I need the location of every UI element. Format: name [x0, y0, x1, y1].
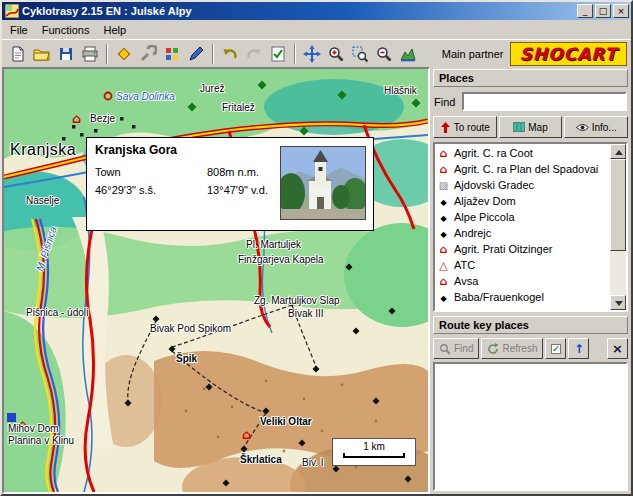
route-panel-header: Route key places — [433, 316, 628, 334]
scrollbar-track[interactable] — [610, 159, 626, 295]
place-icon — [437, 164, 450, 175]
toolbar-separator — [212, 44, 214, 64]
place-label: Avsa — [454, 275, 478, 287]
place-label: ATC — [454, 259, 475, 271]
route-manager-button[interactable] — [112, 42, 136, 66]
places-list[interactable]: Agrit. C. ra Coot Agrit. C. ra Plan del … — [433, 142, 628, 312]
map-label-kranjska: Kranjska — [10, 141, 76, 159]
save-button[interactable] — [54, 42, 78, 66]
settings-button[interactable] — [136, 42, 160, 66]
map-label-fritale-: Fritalež — [222, 102, 255, 113]
print-button[interactable] — [78, 42, 102, 66]
place-icon — [437, 148, 450, 159]
main-content: ⌂ ⌂ ⌂ KranjskaSava DolinkaBezjeJurežHlaš… — [2, 67, 631, 494]
map-label-naselje: Naselje — [26, 195, 59, 206]
undo-icon — [221, 45, 239, 63]
toolbar: Main partner SHOCART — [2, 39, 631, 67]
map-labels-layer: KranjskaSava DolinkaBezjeJurežHlašnikFri… — [4, 69, 428, 492]
draw-button[interactable] — [184, 42, 208, 66]
save-icon — [57, 45, 75, 63]
popup-longitude: 13°47'9" v.d. — [207, 184, 268, 196]
place-list-item[interactable]: Ajdovski Gradec — [435, 177, 610, 193]
place-label: Ajdovski Gradec — [454, 179, 534, 191]
map-button[interactable]: Map — [499, 116, 563, 138]
title-bar: Cyklotrasy 2.15 EN : Julské Alpy _ □ × — [2, 2, 631, 20]
redo-icon — [245, 45, 263, 63]
elevation-profile-button[interactable] — [396, 42, 420, 66]
pan-button[interactable] — [300, 42, 324, 66]
place-icon — [437, 276, 450, 287]
route-check-button[interactable] — [545, 338, 566, 359]
minimize-button[interactable]: _ — [577, 4, 593, 18]
map-label--pik: Špik — [176, 353, 197, 364]
scroll-down-button[interactable] — [610, 295, 626, 310]
redo-button[interactable] — [242, 42, 266, 66]
place-list-item[interactable]: Alpe Piccola — [435, 209, 610, 225]
place-label: Andrejc — [454, 227, 491, 239]
map-label-pi-nica-dol-: Pišnica - údolí — [26, 307, 89, 318]
map-label-jure-: Jurež — [200, 83, 224, 94]
map-button-label: Map — [528, 122, 547, 133]
place-list-item[interactable]: ATC — [435, 257, 610, 273]
route-find-button[interactable]: Find — [433, 338, 479, 359]
scroll-up-button[interactable] — [610, 144, 626, 159]
scrollbar-thumb[interactable] — [610, 159, 626, 251]
popup-latitude: 46°29'3" s.š. — [95, 184, 156, 196]
to-route-label: To route — [454, 122, 490, 133]
place-list-item[interactable]: Andrejc — [435, 225, 610, 241]
route-list[interactable] — [433, 362, 628, 491]
legend-button[interactable] — [160, 42, 184, 66]
to-route-button[interactable]: To route — [433, 116, 497, 138]
place-icon — [437, 260, 450, 271]
zoom-in-icon — [327, 45, 345, 63]
menu-help[interactable]: Help — [96, 22, 133, 38]
zoom-window-button[interactable] — [348, 42, 372, 66]
map-view[interactable]: ⌂ ⌂ ⌂ KranjskaSava DolinkaBezjeJurežHlaš… — [2, 67, 430, 494]
shocart-logo[interactable]: SHOCART — [510, 42, 627, 66]
map-label--krlatica: Škrlatica — [240, 454, 282, 465]
place-label: Aljažev Dom — [454, 195, 516, 207]
wrench-icon — [139, 45, 157, 63]
menu-functions[interactable]: Functions — [35, 22, 97, 38]
place-list-item[interactable]: Baba/Frauenkogel — [435, 289, 610, 305]
find-input[interactable] — [462, 92, 627, 111]
place-icon — [437, 244, 450, 255]
map-label-hla-nik: Hlašnik — [384, 85, 417, 96]
app-window: Cyklotrasy 2.15 EN : Julské Alpy _ □ × F… — [0, 0, 633, 496]
open-button[interactable] — [30, 42, 54, 66]
route-up-button[interactable]: ↑ — [568, 338, 589, 359]
map-popup: Kranjska Gora Town 808m n.m. 46°29'3" s.… — [86, 137, 374, 231]
popup-elevation: 808m n.m. — [207, 166, 259, 178]
places-items: Agrit. C. ra Coot Agrit. C. ra Plan del … — [435, 144, 610, 310]
open-folder-icon — [33, 45, 51, 63]
info-button[interactable]: Info... — [564, 116, 628, 138]
zoom-in-button[interactable] — [324, 42, 348, 66]
menu-file[interactable]: File — [3, 22, 35, 38]
map-label-mihov-dom: Mihov Dom — [8, 423, 59, 434]
route-toolbar: Find Refresh ↑ × — [433, 338, 628, 359]
close-button[interactable]: × — [613, 4, 629, 18]
route-refresh-button[interactable]: Refresh — [481, 338, 543, 359]
place-list-item[interactable]: Aljažev Dom — [435, 193, 610, 209]
tasks-button[interactable] — [266, 42, 290, 66]
place-list-item[interactable]: Avsa — [435, 273, 610, 289]
place-label: Agrit. C. ra Coot — [454, 147, 533, 159]
map-label-biv-i: Biv. I — [302, 457, 323, 468]
side-panel: Places Find To route — [430, 67, 631, 494]
place-icon — [437, 196, 450, 207]
new-document-button[interactable] — [6, 42, 30, 66]
place-list-item[interactable]: Agrit. C. ra Coot — [435, 145, 610, 161]
toolbar-separator — [294, 44, 296, 64]
places-buttons: To route Map Info... — [433, 116, 628, 138]
elevation-profile-icon — [399, 45, 417, 63]
places-scrollbar[interactable] — [610, 144, 626, 310]
place-list-item[interactable]: Agrit. C. ra Plan del Spadovai — [435, 161, 610, 177]
route-delete-button[interactable]: × — [607, 338, 628, 359]
popup-type: Town — [95, 166, 121, 178]
place-list-item[interactable]: Agrit. Prati Oitzinger — [435, 241, 610, 257]
new-document-icon — [9, 45, 27, 63]
main-partner-label: Main partner — [442, 48, 504, 60]
zoom-out-button[interactable] — [372, 42, 396, 66]
maximize-button[interactable]: □ — [595, 4, 611, 18]
undo-button[interactable] — [218, 42, 242, 66]
